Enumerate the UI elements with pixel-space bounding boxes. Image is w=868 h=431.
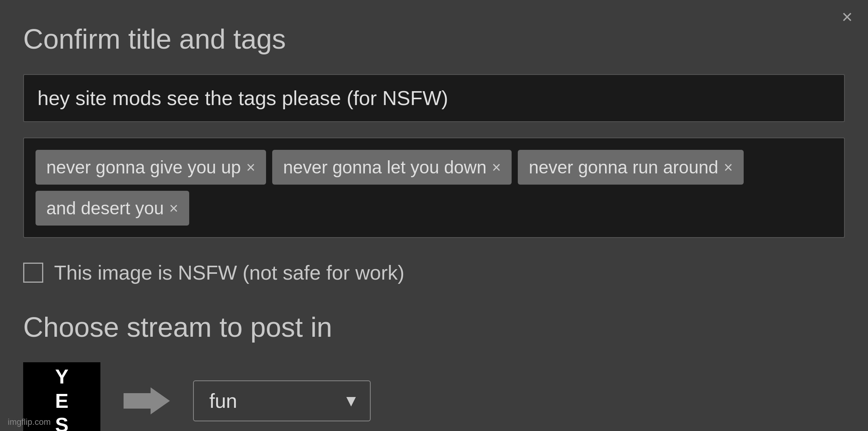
nsfw-checkbox[interactable] [23, 263, 43, 283]
tag-label: never gonna run around [529, 157, 718, 178]
tag-label: and desert you [46, 198, 164, 219]
tag-item[interactable]: never gonna run around × [518, 150, 743, 185]
stream-section-title: Choose stream to post in [23, 311, 845, 343]
nsfw-label: This image is NSFW (not safe for work) [54, 261, 404, 284]
tag-remove-icon[interactable]: × [246, 159, 255, 176]
close-button[interactable]: × [842, 8, 853, 26]
stream-select[interactable]: fun trending gaming sports anime [193, 380, 371, 421]
stream-row: YES fun trending gaming sports anime [23, 362, 845, 431]
tags-container: never gonna give you up × never gonna le… [23, 137, 845, 238]
page-title: Confirm title and tags [23, 23, 845, 55]
tag-remove-icon[interactable]: × [724, 159, 732, 176]
svg-marker-0 [124, 387, 170, 414]
arrow-icon [124, 385, 170, 416]
tag-remove-icon[interactable]: × [169, 200, 178, 217]
tag-item[interactable]: and desert you × [36, 191, 189, 226]
tag-label: never gonna let you down [283, 157, 487, 178]
title-input[interactable] [23, 74, 845, 122]
tag-item[interactable]: never gonna let you down × [272, 150, 512, 185]
tag-label: never gonna give you up [46, 157, 241, 178]
stream-select-wrapper[interactable]: fun trending gaming sports anime [193, 380, 371, 421]
tag-remove-icon[interactable]: × [492, 159, 501, 176]
nsfw-row: This image is NSFW (not safe for work) [23, 261, 845, 284]
tag-item[interactable]: never gonna give you up × [36, 150, 266, 185]
imgflip-label: imgflip.com [8, 417, 51, 427]
modal-container: × Confirm title and tags never gonna giv… [0, 0, 868, 431]
thumbnail-text: YES [55, 365, 69, 431]
